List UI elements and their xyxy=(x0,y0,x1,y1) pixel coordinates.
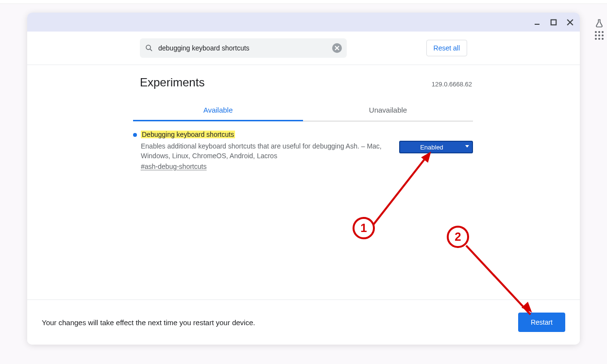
svg-line-5 xyxy=(150,49,152,51)
clear-search-button[interactable] xyxy=(332,43,342,53)
flag-state-select[interactable]: Enabled xyxy=(399,141,473,153)
search-input[interactable] xyxy=(158,44,327,52)
header-row: Reset all xyxy=(27,32,580,65)
flag-item: Debugging keyboard shortcuts Enables add… xyxy=(133,130,473,171)
flags-window: Reset all Experiments 129.0.6668.62 Avai… xyxy=(27,13,580,345)
content-area: Experiments 129.0.6668.62 Available Unav… xyxy=(27,65,580,299)
browser-right-toolbar xyxy=(594,18,604,40)
search-box[interactable] xyxy=(140,38,347,58)
footer-message: Your changes will take effect the next t… xyxy=(42,318,255,327)
svg-rect-1 xyxy=(551,19,556,25)
flag-title: Debugging keyboard shortcuts xyxy=(141,131,235,138)
tab-unavailable[interactable]: Unavailable xyxy=(303,100,473,121)
page-title: Experiments xyxy=(140,76,204,89)
footer-bar: Your changes will take effect the next t… xyxy=(27,299,580,345)
search-icon xyxy=(145,44,153,52)
tab-bar: Available Unavailable xyxy=(133,100,473,121)
apps-grid-icon[interactable] xyxy=(595,31,604,40)
window-maximize-icon[interactable] xyxy=(549,17,558,27)
reset-all-button[interactable]: Reset all xyxy=(426,40,467,56)
close-icon xyxy=(335,46,339,50)
modified-indicator-icon xyxy=(133,133,137,137)
browser-top-shelf xyxy=(0,0,607,4)
window-minimize-icon[interactable] xyxy=(532,17,542,27)
window-titlebar xyxy=(27,13,580,32)
flag-hash-link[interactable]: #ash-debug-shortcuts xyxy=(141,163,206,170)
svg-point-4 xyxy=(146,45,151,50)
window-close-icon[interactable] xyxy=(565,17,575,27)
restart-button[interactable]: Restart xyxy=(518,313,565,332)
version-label: 129.0.6668.62 xyxy=(432,81,472,88)
flag-description: Enables additional keyboard shortcuts th… xyxy=(141,142,389,161)
tab-available[interactable]: Available xyxy=(133,100,303,121)
title-row: Experiments 129.0.6668.62 xyxy=(133,76,473,89)
labs-icon[interactable] xyxy=(594,18,604,30)
